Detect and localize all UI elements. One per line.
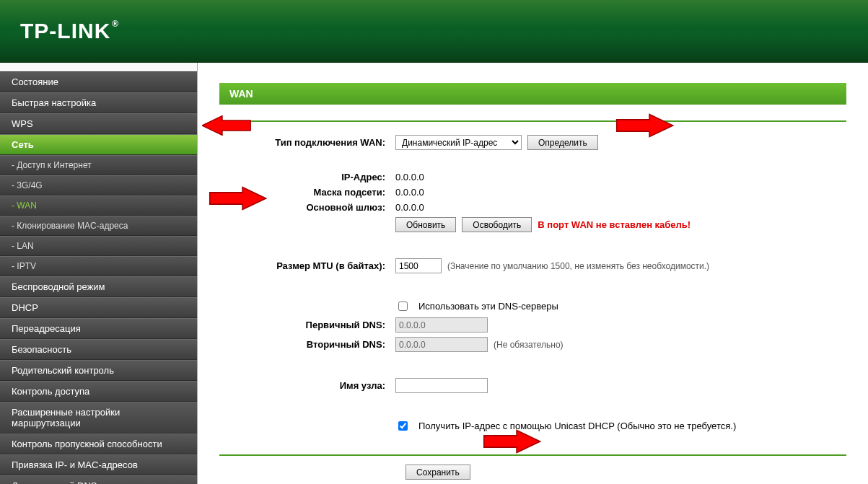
wan-type-select[interactable]: Динамический IP-адрес	[395, 135, 522, 150]
sidebar-item-ddns[interactable]: Динамический DNS	[0, 475, 197, 484]
sidebar-sub-3g4g[interactable]: - 3G/4G	[0, 175, 197, 195]
dns2-input[interactable]	[395, 337, 488, 352]
sidebar-item-wireless[interactable]: Беспроводной режим	[0, 276, 197, 297]
dns1-label: Первичный DNS:	[219, 320, 395, 330]
mask-value: 0.0.0.0	[395, 187, 424, 198]
detect-button[interactable]: Определить	[527, 135, 598, 150]
sidebar-item-ipmac[interactable]: Привязка IP- и MAC-адресов	[0, 454, 197, 475]
header: TP-LINK®	[0, 0, 868, 63]
host-input[interactable]	[395, 378, 488, 393]
ip-value: 0.0.0.0	[395, 172, 424, 182]
host-label: Имя узла:	[219, 380, 395, 391]
content-area: WAN Тип подключения WAN: Динамический IP…	[198, 63, 868, 484]
registered-mark: ®	[112, 19, 119, 29]
sidebar-sub-internet[interactable]: - Доступ к Интернет	[0, 155, 197, 175]
mask-label: Маска подсети:	[219, 187, 395, 198]
no-cable-warning: В порт WAN не вставлен кабель!	[538, 219, 691, 230]
annotation-arrow-icon	[613, 113, 674, 138]
sidebar-sub-lan[interactable]: - LAN	[0, 236, 197, 256]
sidebar-item-access[interactable]: Контроль доступа	[0, 381, 197, 402]
release-button[interactable]: Освободить	[462, 217, 532, 232]
gw-value: 0.0.0.0	[395, 202, 424, 213]
annotation-arrow-icon	[481, 429, 541, 454]
dns2-label: Вторичный DNS:	[219, 339, 395, 350]
divider-top	[219, 120, 846, 122]
brand-logo: TP-LINK®	[20, 19, 119, 43]
annotation-arrow-icon	[202, 115, 253, 136]
sidebar-sub-wan[interactable]: - WAN	[0, 195, 197, 216]
dns1-input[interactable]	[395, 317, 488, 333]
sidebar: Состояние Быстрая настройка WPS Сеть - Д…	[0, 63, 198, 484]
renew-button[interactable]: Обновить	[395, 217, 456, 232]
mtu-hint: (Значение по умолчанию 1500, не изменять…	[447, 261, 709, 271]
sidebar-sub-macclone[interactable]: - Клонирование MAC-адреса	[0, 216, 197, 236]
sidebar-item-status[interactable]: Состояние	[0, 71, 197, 92]
brand-text: TP-LINK	[20, 19, 110, 43]
svg-marker-1	[617, 115, 673, 137]
svg-marker-0	[202, 116, 250, 136]
ip-label: IP-Адрес:	[219, 172, 395, 182]
sidebar-item-forwarding[interactable]: Переадресация	[0, 318, 197, 339]
sidebar-item-routing[interactable]: Расширенные настройки маршрутизации	[0, 402, 197, 434]
sidebar-item-wps[interactable]: WPS	[0, 113, 197, 134]
sidebar-item-quicksetup[interactable]: Быстрая настройка	[0, 92, 197, 113]
gw-label: Основной шлюз:	[219, 202, 395, 213]
svg-marker-2	[484, 431, 540, 453]
page-title: WAN	[219, 83, 846, 105]
use-dns-label: Использовать эти DNS-серверы	[418, 301, 558, 312]
sidebar-item-security[interactable]: Безопасность	[0, 339, 197, 360]
sidebar-sub-iptv[interactable]: - IPTV	[0, 256, 197, 276]
unicast-checkbox[interactable]	[398, 421, 408, 431]
mtu-label: Размер MTU (в байтах):	[219, 260, 395, 271]
sidebar-item-dhcp[interactable]: DHCP	[0, 297, 197, 318]
wan-type-label: Тип подключения WAN:	[219, 137, 395, 148]
mtu-input[interactable]	[395, 258, 442, 273]
save-button[interactable]: Сохранить	[405, 465, 470, 480]
sidebar-item-parental[interactable]: Родительский контроль	[0, 360, 197, 381]
unicast-label: Получить IP-адрес с помощью Unicast DHCP…	[418, 421, 736, 431]
dns2-hint: (Не обязательно)	[494, 340, 564, 350]
sidebar-item-network[interactable]: Сеть	[0, 134, 197, 155]
divider-bottom	[219, 454, 846, 456]
sidebar-item-bandwidth[interactable]: Контроль пропускной способности	[0, 434, 197, 454]
use-dns-checkbox[interactable]	[398, 302, 408, 311]
